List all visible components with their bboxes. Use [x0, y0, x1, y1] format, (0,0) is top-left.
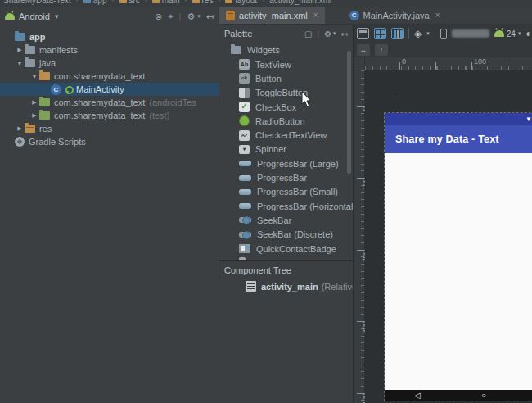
chevron-down-icon[interactable]: ▾ [55, 12, 59, 20]
palette-item-seekbar[interactable]: SeekBar [219, 213, 354, 227]
breadcrumb-separator: › [218, 0, 220, 4]
progressbar-icon [239, 161, 251, 166]
editor-tab-bar: activity_main.xml × MainActivity.java × [219, 7, 532, 25]
tree-item-package-androidtest[interactable]: ▶ com.sharemydata_text (androidTes [0, 96, 219, 109]
close-icon[interactable]: × [313, 11, 318, 20]
tree-item-package[interactable]: ▼ com.sharemydata_text [0, 70, 219, 83]
ruler-corner [354, 57, 365, 70]
tree-item-label: java [39, 58, 56, 68]
orientation-icon[interactable]: ◈ [414, 28, 422, 39]
tree-item-package-test[interactable]: ▶ com.sharemydata_text (test) [0, 109, 219, 122]
locate-file-icon[interactable]: ⌖ [168, 11, 173, 22]
palette-item-checkedtextview[interactable]: CheckedTextView [219, 128, 354, 142]
palette-item-progressbar-small[interactable]: ProgressBar (Small) [219, 185, 354, 199]
chevron-right-icon[interactable]: ▶ [15, 125, 25, 132]
device-preview[interactable]: ▼ Share my Data - Text ◁ ○ ▢ [384, 112, 532, 401]
design-view-icon[interactable] [374, 28, 386, 39]
breadcrumb-item[interactable]: main [152, 0, 180, 5]
close-icon[interactable]: × [435, 11, 440, 20]
tab-label: activity_main.xml [239, 11, 308, 20]
palette-item-radiobutton[interactable]: RadioButton [219, 114, 354, 128]
folder-icon [83, 0, 91, 3]
project-view-selector[interactable]: Android [19, 11, 50, 21]
collapse-all-icon[interactable]: ⊗ [155, 11, 162, 22]
palette-group-widgets[interactable]: Widgets [219, 43, 353, 57]
button-icon [239, 73, 250, 84]
device-icon [440, 29, 447, 39]
gear-icon[interactable]: ⚙ [187, 11, 195, 22]
chevron-right-icon[interactable]: ▶ [15, 47, 25, 53]
structure-view-icon[interactable] [357, 28, 369, 39]
folder-icon [25, 46, 35, 54]
wifi-icon: ▼ [525, 115, 532, 123]
component-type: (RelativeLay [322, 282, 353, 292]
tree-item-label: Gradle Scripts [29, 137, 86, 147]
palette-item-progressbar-horizontal[interactable]: ProgressBar (Horizontal) [219, 199, 354, 213]
blueprint-view-icon[interactable] [391, 28, 404, 39]
hide-panel-icon[interactable]: ↤ [206, 11, 214, 22]
breadcrumb-item[interactable]: app [83, 0, 107, 5]
radiobutton-icon [239, 115, 250, 126]
chevron-down-icon[interactable]: ▼ [15, 61, 25, 66]
textview-icon [239, 59, 250, 70]
tree-item-res[interactable]: ▶ res [0, 122, 219, 135]
tab-mainactivity-java[interactable]: MainActivity.java × [343, 7, 447, 24]
tree-item-label: com.sharemydata_text [54, 97, 145, 107]
component-tree-item-activity-main[interactable]: activity_main (RelativeLay [219, 279, 353, 293]
chevron-right-icon[interactable]: ▶ [29, 99, 39, 106]
tree-item-label: manifests [39, 45, 78, 55]
palette-item-quickcontactbadge[interactable]: QuickContactBadge [219, 242, 354, 256]
back-icon: ◁ [414, 390, 421, 401]
tree-item-gradle-scripts[interactable]: Gradle Scripts [0, 135, 219, 148]
tab-activity-main-xml[interactable]: activity_main.xml × [219, 7, 325, 24]
breadcrumb-item[interactable]: src [119, 0, 140, 5]
tree-item-qualifier: (test) [149, 111, 169, 120]
tree-item-manifests[interactable]: ▶ manifests [0, 43, 219, 57]
tree-item-mainactivity[interactable]: MainActivity [0, 83, 219, 96]
breadcrumb-item[interactable]: layout [225, 0, 257, 5]
hide-panel-icon[interactable]: ↤ [341, 29, 348, 38]
mouse-cursor [301, 92, 313, 108]
key-icon [64, 85, 72, 94]
palette-item-seekbar-discrete[interactable]: SeekBar (Discrete) [219, 228, 354, 242]
chevron-right-icon[interactable]: ▶ [29, 112, 39, 119]
palette-item-textview[interactable]: TextView [219, 57, 354, 71]
palette-item-togglebutton[interactable]: ToggleButton [219, 86, 354, 100]
palette-header: Palette ▢ | ⚙▾ ↤ [219, 25, 353, 43]
togglebutton-icon [239, 88, 250, 98]
breadcrumb-item[interactable]: ShareMyData-Text [3, 0, 71, 5]
palette-scrollbar[interactable] [347, 51, 351, 174]
tree-item-qualifier: (androidTes [149, 97, 196, 107]
package-folder-icon [39, 72, 50, 80]
api-level-selector[interactable]: 24 ▾ [494, 29, 521, 38]
tree-item-app[interactable]: app [0, 30, 219, 43]
toolbar-divider: | [179, 11, 182, 21]
palette-item-spinner[interactable]: Spinner [219, 143, 354, 156]
gear-icon[interactable]: ⚙ [324, 29, 331, 38]
chevron-down-icon[interactable]: ▼ [29, 74, 39, 79]
palette-item-progressbar-large[interactable]: ProgressBar (Large) [219, 156, 354, 170]
component-name: activity_main [261, 282, 318, 292]
preview-status-bar: ▼ [385, 113, 532, 125]
horizontal-ruler: 0 100 [365, 57, 532, 70]
vertical-ruler: 0 100 200 300 400 [354, 70, 365, 403]
design-toolbar-secondary: ↔ ↕ [354, 43, 532, 57]
palette-item-button[interactable]: Button [219, 71, 354, 85]
res-folder-icon [25, 125, 35, 133]
breadcrumb-item[interactable]: res [192, 0, 214, 5]
preview-mode-icon[interactable]: ▢ [304, 29, 312, 38]
device-selector-blurred[interactable] [452, 29, 489, 38]
tree-item-java[interactable]: ▼ java [0, 57, 219, 70]
tree-item-label: com.sharemydata_text [54, 71, 145, 81]
preview-content-area[interactable] [385, 153, 532, 390]
folder-icon [231, 46, 241, 54]
match-width-icon[interactable]: ↔ [357, 44, 370, 56]
breadcrumb-item[interactable]: activity_main.xml [269, 0, 331, 5]
match-height-icon[interactable]: ↕ [375, 44, 388, 56]
theme-icon[interactable]: ◐ [525, 28, 531, 39]
folder-icon [225, 0, 232, 3]
palette-item-checkbox[interactable]: CheckBox [219, 100, 354, 114]
design-canvas[interactable]: ▼ Share my Data - Text ◁ ○ ▢ [365, 70, 532, 403]
palette-item-progressbar[interactable]: ProgressBar [219, 170, 354, 184]
api-level-value: 24 [507, 29, 516, 38]
